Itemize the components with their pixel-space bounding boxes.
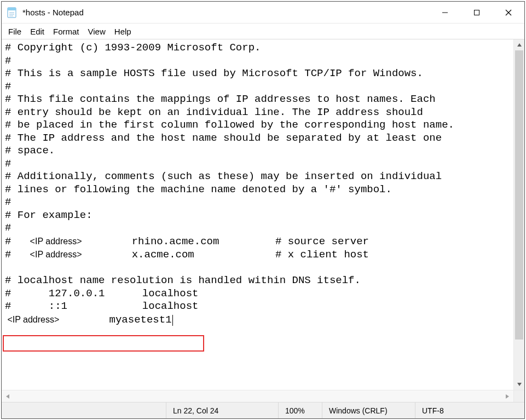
window-controls <box>429 2 524 23</box>
text-line: # For example: <box>5 209 93 221</box>
svg-marker-12 <box>506 394 509 399</box>
text-line: # localhost name resolution is handled w… <box>5 274 361 286</box>
text-line: # <box>5 235 30 248</box>
status-spacer <box>2 402 166 418</box>
text-line: # lines or following the machine name de… <box>5 183 392 195</box>
svg-rect-1 <box>8 8 16 10</box>
text-content[interactable]: # Copyright (c) 1993-2009 Microsoft Corp… <box>2 39 513 390</box>
svg-rect-6 <box>475 10 479 15</box>
window-title: *hosts - Notepad <box>22 8 84 17</box>
text-line: # <box>5 55 11 67</box>
text-line: rhino.acme.com # source server <box>82 235 369 248</box>
scroll-right-arrow-icon[interactable] <box>501 390 513 402</box>
editor: # Copyright (c) 1993-2009 Microsoft Corp… <box>2 39 524 402</box>
ip-placeholder: <IP address> <box>30 250 82 259</box>
text-line: # <box>5 222 11 234</box>
menu-format[interactable]: Format <box>49 26 84 37</box>
editor-area: # Copyright (c) 1993-2009 Microsoft Corp… <box>2 39 524 402</box>
text-line: # entry should be kept on an individual … <box>5 106 423 118</box>
text-line: # Additionally, comments (such as these)… <box>5 170 442 182</box>
menu-help[interactable]: Help <box>110 26 136 37</box>
svg-marker-9 <box>517 43 522 47</box>
menu-file[interactable]: File <box>4 26 26 37</box>
svg-marker-10 <box>517 383 522 386</box>
maximize-button[interactable] <box>461 2 493 23</box>
titlebar[interactable]: *hosts - Notepad <box>2 2 524 24</box>
menu-edit[interactable]: Edit <box>26 26 49 37</box>
text-line: # <box>5 249 30 261</box>
horizontal-scrollbar[interactable] <box>2 390 513 402</box>
ip-placeholder: <IP address> <box>30 237 82 246</box>
scrollbar-track[interactable] <box>514 50 524 379</box>
text-line: # 127.0.0.1 localhost <box>5 287 198 300</box>
menubar: File Edit Format View Help <box>2 24 524 39</box>
status-zoom: 100% <box>278 402 322 418</box>
text-line: # space. <box>5 145 55 157</box>
text-line: # This is a sample HOSTS file used by Mi… <box>5 67 423 79</box>
text-line: # <box>5 158 11 170</box>
scroll-left-arrow-icon[interactable] <box>2 390 14 402</box>
menu-view[interactable]: View <box>84 26 110 37</box>
text-caret <box>172 315 173 326</box>
svg-marker-11 <box>6 394 9 399</box>
text-line: # be placed in the first column followed… <box>5 119 454 131</box>
text-line: # The IP address and the host name shoul… <box>5 132 442 144</box>
scrollbar-thumb[interactable] <box>515 50 523 340</box>
text-line: # ::1 localhost <box>5 300 198 312</box>
status-line-endings: Windows (CRLF) <box>322 402 415 418</box>
text-line: # <box>5 196 11 208</box>
statusbar: Ln 22, Col 24 100% Windows (CRLF) UTF-8 <box>2 402 524 418</box>
scrollbar-corner <box>513 390 524 402</box>
notepad-icon <box>6 7 18 19</box>
text-line: # Copyright (c) 1993-2009 Microsoft Corp… <box>5 42 261 54</box>
status-cursor-position: Ln 22, Col 24 <box>166 402 278 418</box>
text-line: # <box>5 80 11 93</box>
text-line: # This file contains the mappings of IP … <box>5 93 436 105</box>
vertical-scrollbar[interactable] <box>513 39 524 390</box>
text-line: myasetest1 <box>59 314 171 326</box>
status-encoding: UTF-8 <box>415 402 524 418</box>
scroll-down-arrow-icon[interactable] <box>514 379 524 390</box>
text-line: x.acme.com # x client host <box>82 249 369 261</box>
scroll-up-arrow-icon[interactable] <box>514 39 524 50</box>
ip-placeholder: <IP address> <box>5 315 59 324</box>
minimize-button[interactable] <box>429 2 461 23</box>
notepad-window: *hosts - Notepad File Edit Format View H… <box>1 1 525 419</box>
close-button[interactable] <box>493 2 524 23</box>
